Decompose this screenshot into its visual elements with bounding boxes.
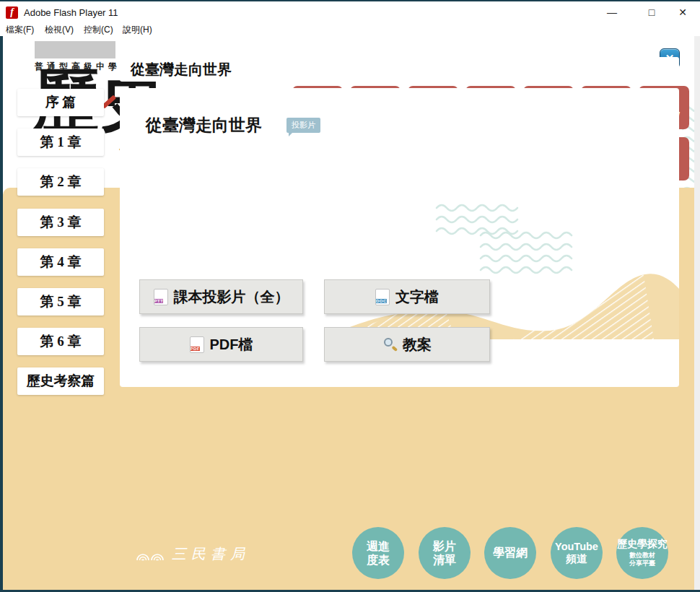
menu-bar: 檔案(F) 檢視(V) 控制(C) 說明(H) (0, 23, 700, 36)
lesson-plan-button[interactable]: 教案 (324, 327, 490, 362)
minimize-button[interactable]: — (600, 4, 624, 20)
menu-control[interactable]: 控制(C) (84, 24, 113, 36)
title-bar: f Adobe Flash Player 11 — □ ✕ (0, 1, 700, 23)
button-label: PDF檔 (210, 335, 253, 354)
textbook-slides-all-button[interactable]: PTT 課本投影片（全） (139, 279, 303, 314)
history-inquiry-circle-button[interactable]: 歷史學探究 數位教材 分享平臺 (616, 527, 668, 579)
arches-icon (136, 548, 166, 561)
maximize-button[interactable]: □ (639, 4, 664, 20)
sidebar-item-fieldwork[interactable]: 歷史考察篇 (17, 367, 104, 395)
menu-view[interactable]: 檢視(V) (45, 24, 74, 36)
button-label: 課本投影片（全） (174, 287, 289, 307)
flash-player-icon: f (6, 6, 18, 19)
flash-stage: 普通型高級中學 歷史 H I S T O R Y 第三冊 教學資源 光碟 課本 … (0, 36, 700, 592)
magnifier-icon (382, 337, 397, 352)
sidebar-item-chapter-5[interactable]: 第 5 章 (17, 288, 104, 315)
sidebar-item-chapter-4[interactable]: 第 4 章 (17, 248, 104, 276)
menu-file[interactable]: 檔案(F) (6, 24, 34, 36)
learning-site-circle-button[interactable]: 學習網 (484, 527, 536, 579)
sidebar-item-chapter-3[interactable]: 第 3 章 (17, 209, 104, 236)
content-panel: 從臺灣走向世界 投影片 PTT 課本投影片（全） DOC 文字檔 PDF (120, 88, 679, 387)
section-title-bar: 從臺灣走向世界 (120, 57, 679, 82)
publisher-name: 三民書局 (172, 544, 250, 564)
window-title: Adobe Flash Player 11 (24, 7, 118, 18)
sidebar-item-preface[interactable]: 序 篇 (17, 89, 104, 116)
text-file-button[interactable]: DOC 文字檔 (324, 279, 490, 314)
button-label: 教案 (403, 335, 432, 354)
stage-left-edge (0, 36, 3, 590)
weekly-schedule-circle-button[interactable]: 週進 度表 (352, 527, 404, 579)
header-placeholder-image (35, 41, 115, 58)
button-label: 文字檔 (395, 287, 439, 307)
menu-help[interactable]: 說明(H) (123, 24, 152, 36)
flash-player-window: f Adobe Flash Player 11 — □ ✕ 檔案(F) 檢視(V… (0, 0, 700, 592)
sidebar-item-chapter-2[interactable]: 第 2 章 (17, 168, 104, 196)
close-window-button[interactable]: ✕ (670, 4, 695, 20)
doc-file-icon: DOC (375, 289, 390, 305)
panel-title: 從臺灣走向世界 (146, 114, 262, 136)
pdf-file-icon: PDF (190, 336, 204, 353)
slides-badge: 投影片 (286, 118, 320, 133)
ppt-file-icon: PTT (154, 289, 168, 305)
stage-right-edge (694, 36, 700, 590)
publisher-logo: 三民書局 (136, 544, 250, 564)
sidebar-item-chapter-1[interactable]: 第 1 章 (17, 129, 104, 156)
sidebar-item-chapter-6[interactable]: 第 6 章 (17, 328, 104, 355)
video-list-circle-button[interactable]: 影片 清單 (419, 527, 471, 579)
pdf-file-button[interactable]: PDF PDF檔 (139, 327, 303, 362)
youtube-channel-circle-button[interactable]: YouTube 頻道 (551, 527, 603, 579)
